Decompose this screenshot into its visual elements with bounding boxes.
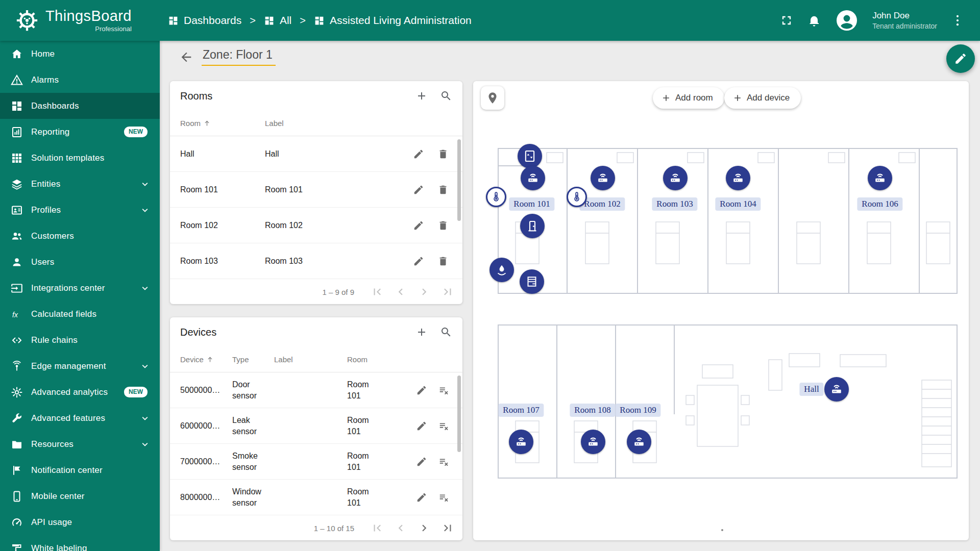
add-room-button[interactable] — [413, 88, 430, 104]
room-row[interactable]: Room 101 Room 101 — [170, 172, 462, 208]
location-pin-button[interactable] — [481, 86, 504, 110]
room-row[interactable]: Room 102 Room 102 — [170, 208, 462, 243]
breadcrumb-item[interactable]: Assisted Living Administration — [314, 14, 472, 27]
delete-room-button[interactable] — [435, 254, 451, 269]
notifications-button[interactable] — [807, 13, 821, 28]
router-marker[interactable] — [521, 166, 545, 190]
rooms-column-label[interactable]: Label — [265, 119, 406, 128]
breadcrumb-item[interactable]: All — [264, 14, 291, 27]
edit-device-button[interactable] — [414, 490, 429, 505]
window-marker[interactable] — [520, 269, 544, 294]
devices-column-label[interactable]: Label — [274, 355, 347, 364]
sidebar-item-rule-chains[interactable]: Rule chains — [0, 327, 160, 353]
room-label[interactable]: Room 101 — [509, 197, 554, 211]
rooms-scrollbar[interactable] — [457, 139, 461, 221]
remove-device-from-room-button[interactable] — [436, 383, 452, 398]
router-marker[interactable] — [591, 166, 615, 190]
water-marker[interactable] — [489, 258, 514, 282]
sidebar-item-entities[interactable]: Entities — [0, 171, 160, 197]
rooms-first-page-button[interactable] — [371, 285, 384, 298]
breadcrumb-item[interactable]: Dashboards — [168, 14, 241, 27]
search-devices-button[interactable] — [438, 324, 454, 340]
sidebar-item-customers[interactable]: Customers — [0, 223, 160, 249]
remove-device-from-room-button[interactable] — [436, 418, 452, 434]
sidebar-item-profiles[interactable]: Profiles — [0, 197, 160, 223]
sidebar-item-api-usage[interactable]: API usage — [0, 509, 160, 535]
delete-room-button[interactable] — [435, 218, 451, 233]
sidebar-item-integrations-center[interactable]: Integrations center — [0, 275, 160, 301]
sidebar-item-solution-templates[interactable]: Solution templates — [0, 145, 160, 171]
router-marker[interactable] — [509, 430, 533, 454]
devices-column-device[interactable]: Device — [180, 355, 232, 364]
devices-column-type[interactable]: Type — [232, 355, 274, 364]
devices-first-page-button[interactable] — [371, 521, 384, 535]
devices-prev-page-button[interactable] — [394, 521, 407, 535]
sidebar-item-users[interactable]: Users — [0, 249, 160, 275]
edit-device-button[interactable] — [414, 383, 429, 398]
device-row[interactable]: 8000000… Window sensor Room 101 — [170, 480, 462, 515]
rooms-column-room[interactable]: Room — [180, 119, 265, 128]
room-label[interactable]: Hall — [799, 383, 823, 396]
edit-room-button[interactable] — [411, 182, 426, 197]
sidebar-item-white-labeling[interactable]: White labeling — [0, 535, 160, 551]
thermometer-marker[interactable] — [486, 187, 506, 207]
sidebar-item-reporting[interactable]: ReportingNEW — [0, 119, 160, 145]
edit-room-button[interactable] — [411, 146, 426, 162]
avatar[interactable] — [835, 8, 859, 33]
thermometer-marker[interactable] — [567, 187, 587, 207]
router-marker[interactable] — [663, 166, 688, 190]
room-label[interactable]: Room 107 — [498, 404, 544, 417]
room-label[interactable]: Room 103 — [652, 197, 697, 211]
sidebar-item-calculated-fields[interactable]: fxCalculated fields — [0, 301, 160, 327]
add-room-map-button[interactable]: Add room — [653, 87, 724, 109]
sidebar-item-home[interactable]: Home — [0, 41, 160, 67]
sidebar-item-advanced-features[interactable]: Advanced features — [0, 405, 160, 431]
devices-next-page-button[interactable] — [418, 521, 431, 535]
add-device-button[interactable] — [413, 324, 430, 340]
more-menu-button[interactable] — [950, 13, 965, 28]
sidebar-item-notification-center[interactable]: Notification center — [0, 457, 160, 483]
rooms-next-page-button[interactable] — [418, 285, 431, 298]
rooms-prev-page-button[interactable] — [394, 285, 407, 298]
devices-scrollbar[interactable] — [457, 375, 461, 452]
room-label[interactable]: Room 104 — [715, 197, 761, 211]
devices-column-room[interactable]: Room — [347, 355, 380, 364]
device-row[interactable]: 6000000… Leak sensor Room 101 — [170, 408, 462, 444]
router-marker[interactable] — [581, 430, 605, 454]
user-info[interactable]: John Doe Tenant administrator — [872, 10, 937, 31]
back-button[interactable] — [179, 50, 193, 64]
edit-dashboard-fab[interactable] — [946, 44, 975, 73]
edit-device-button[interactable] — [414, 418, 429, 434]
router-marker[interactable] — [627, 430, 651, 454]
rooms-last-page-button[interactable] — [441, 285, 454, 298]
delete-room-button[interactable] — [435, 182, 451, 197]
remove-device-from-room-button[interactable] — [436, 454, 452, 469]
sidebar-item-mobile-center[interactable]: Mobile center — [0, 483, 160, 509]
door-marker[interactable] — [520, 214, 545, 238]
remove-device-from-room-button[interactable] — [436, 490, 452, 505]
room-row[interactable]: Hall Hall — [170, 136, 462, 172]
room-label[interactable]: Room 106 — [857, 197, 902, 211]
room-label[interactable]: Room 108 — [570, 404, 615, 417]
edit-device-button[interactable] — [414, 454, 429, 469]
sidebar-item-dashboards[interactable]: Dashboards — [0, 93, 160, 119]
router-marker[interactable] — [726, 166, 750, 190]
sidebar-item-alarms[interactable]: Alarms — [0, 67, 160, 93]
edit-room-button[interactable] — [411, 218, 426, 233]
thingsboard-logo[interactable]: ThingsBoard Professional — [0, 9, 160, 32]
router-marker[interactable] — [824, 377, 849, 402]
sidebar-item-advanced-analytics[interactable]: Advanced analyticsNEW — [0, 379, 160, 405]
devices-last-page-button[interactable] — [441, 521, 454, 535]
add-device-map-button[interactable]: Add device — [724, 87, 801, 109]
device-row[interactable]: 5000000… Door sensor Room 101 — [170, 372, 462, 408]
room-label[interactable]: Room 109 — [615, 404, 660, 417]
room-row[interactable]: Room 103 Room 103 — [170, 243, 462, 279]
elevator-marker[interactable] — [518, 144, 542, 168]
sidebar-item-edge-management[interactable]: Edge management — [0, 353, 160, 379]
fullscreen-button[interactable] — [779, 13, 794, 28]
device-row[interactable]: 7000000… Smoke sensor Room 101 — [170, 444, 462, 480]
router-marker[interactable] — [868, 166, 892, 190]
search-rooms-button[interactable] — [438, 88, 454, 104]
edit-room-button[interactable] — [411, 254, 426, 269]
sidebar-item-resources[interactable]: Resources — [0, 431, 160, 457]
